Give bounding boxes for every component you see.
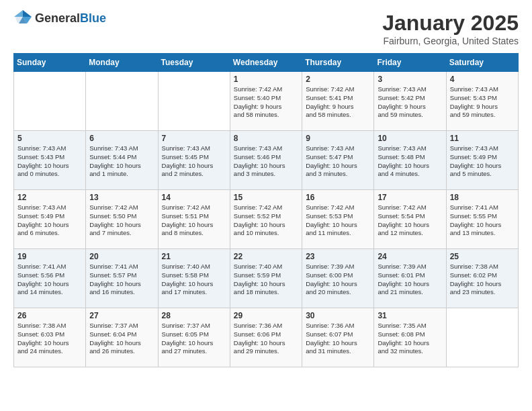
day-info: Sunrise: 7:38 AMSunset: 6:03 PMDaylight:… <box>17 322 82 356</box>
day-number: 10 <box>378 134 442 143</box>
calendar-cell-week3-day2: 14Sunrise: 7:42 AMSunset: 5:51 PMDayligh… <box>158 190 230 249</box>
day-info: Sunrise: 7:40 AMSunset: 5:58 PMDaylight:… <box>162 263 226 297</box>
day-info: Sunrise: 7:36 AMSunset: 6:07 PMDaylight:… <box>306 322 370 356</box>
day-info: Sunrise: 7:43 AMSunset: 5:42 PMDaylight:… <box>378 85 442 120</box>
day-number: 30 <box>306 311 370 320</box>
calendar-cell-week1-day2 <box>158 72 230 131</box>
day-number: 5 <box>17 134 82 143</box>
calendar-cell-week4-day4: 23Sunrise: 7:39 AMSunset: 6:00 PMDayligh… <box>302 249 374 308</box>
svg-marker-1 <box>23 10 32 17</box>
calendar-cell-week4-day2: 21Sunrise: 7:40 AMSunset: 5:58 PMDayligh… <box>158 249 230 308</box>
day-number: 16 <box>306 193 370 202</box>
day-info: Sunrise: 7:43 AMSunset: 5:49 PMDaylight:… <box>17 203 82 238</box>
calendar-cell-week2-day3: 8Sunrise: 7:43 AMSunset: 5:46 PMDaylight… <box>230 131 302 190</box>
day-number: 29 <box>234 311 298 320</box>
calendar-cell-week3-day0: 12Sunrise: 7:43 AMSunset: 5:49 PMDayligh… <box>14 190 86 249</box>
day-number: 8 <box>234 134 298 143</box>
day-info: Sunrise: 7:43 AMSunset: 5:46 PMDaylight:… <box>234 144 298 179</box>
day-number: 20 <box>89 252 154 261</box>
header: GeneralBlue January 2025 Fairburn, Georg… <box>13 11 519 46</box>
weekday-header-saturday: Saturday <box>446 54 518 72</box>
day-number: 13 <box>89 193 154 202</box>
day-number: 2 <box>306 75 370 84</box>
day-info: Sunrise: 7:43 AMSunset: 5:43 PMDaylight:… <box>450 85 515 120</box>
calendar-cell-week1-day6: 4Sunrise: 7:43 AMSunset: 5:43 PMDaylight… <box>446 72 518 131</box>
day-info: Sunrise: 7:41 AMSunset: 5:55 PMDaylight:… <box>450 203 515 238</box>
calendar-cell-week5-day4: 30Sunrise: 7:36 AMSunset: 6:07 PMDayligh… <box>302 308 374 367</box>
day-number: 25 <box>450 252 515 261</box>
week-row-3: 12Sunrise: 7:43 AMSunset: 5:49 PMDayligh… <box>14 190 519 249</box>
calendar-cell-week5-day1: 27Sunrise: 7:37 AMSunset: 6:04 PMDayligh… <box>86 308 158 367</box>
day-info: Sunrise: 7:43 AMSunset: 5:43 PMDaylight:… <box>17 144 82 179</box>
day-info: Sunrise: 7:43 AMSunset: 5:49 PMDaylight:… <box>450 144 515 179</box>
day-number: 12 <box>17 193 82 202</box>
calendar-cell-week1-day5: 3Sunrise: 7:43 AMSunset: 5:42 PMDaylight… <box>374 72 446 131</box>
calendar-cell-week5-day6 <box>446 308 518 367</box>
calendar-cell-week5-day3: 29Sunrise: 7:36 AMSunset: 6:06 PMDayligh… <box>230 308 302 367</box>
weekday-header-tuesday: Tuesday <box>158 54 230 72</box>
day-number: 1 <box>234 75 298 84</box>
day-number: 24 <box>378 252 442 261</box>
day-number: 26 <box>17 311 82 320</box>
day-number: 17 <box>378 193 442 202</box>
calendar-cell-week4-day5: 24Sunrise: 7:39 AMSunset: 6:01 PMDayligh… <box>374 249 446 308</box>
day-number: 6 <box>89 134 154 143</box>
day-number: 7 <box>162 134 226 143</box>
day-number: 19 <box>17 252 82 261</box>
day-info: Sunrise: 7:41 AMSunset: 5:56 PMDaylight:… <box>17 263 82 297</box>
calendar-cell-week2-day1: 6Sunrise: 7:43 AMSunset: 5:44 PMDaylight… <box>86 131 158 190</box>
calendar-cell-week3-day6: 18Sunrise: 7:41 AMSunset: 5:55 PMDayligh… <box>446 190 518 249</box>
day-number: 9 <box>306 134 370 143</box>
title-area: January 2025 Fairburn, Georgia, United S… <box>382 11 519 46</box>
calendar-table: SundayMondayTuesdayWednesdayThursdayFrid… <box>13 53 519 367</box>
calendar-cell-week2-day0: 5Sunrise: 7:43 AMSunset: 5:43 PMDaylight… <box>14 131 86 190</box>
generalblue-logo-icon <box>13 9 32 24</box>
week-row-5: 26Sunrise: 7:38 AMSunset: 6:03 PMDayligh… <box>14 308 519 367</box>
calendar-cell-week3-day5: 17Sunrise: 7:42 AMSunset: 5:54 PMDayligh… <box>374 190 446 249</box>
calendar-cell-week2-day4: 9Sunrise: 7:43 AMSunset: 5:47 PMDaylight… <box>302 131 374 190</box>
day-number: 3 <box>378 75 442 84</box>
svg-marker-4 <box>14 10 23 17</box>
calendar-cell-week1-day4: 2Sunrise: 7:42 AMSunset: 5:41 PMDaylight… <box>302 72 374 131</box>
day-info: Sunrise: 7:38 AMSunset: 6:02 PMDaylight:… <box>450 263 515 297</box>
logo-text: GeneralBlue <box>35 12 106 24</box>
day-info: Sunrise: 7:42 AMSunset: 5:50 PMDaylight:… <box>89 203 154 238</box>
week-row-2: 5Sunrise: 7:43 AMSunset: 5:43 PMDaylight… <box>14 131 519 190</box>
day-info: Sunrise: 7:37 AMSunset: 6:05 PMDaylight:… <box>162 322 226 356</box>
calendar-cell-week3-day4: 16Sunrise: 7:42 AMSunset: 5:53 PMDayligh… <box>302 190 374 249</box>
day-number: 23 <box>306 252 370 261</box>
logo: GeneralBlue <box>13 11 106 26</box>
week-row-1: 1Sunrise: 7:42 AMSunset: 5:40 PMDaylight… <box>14 72 519 131</box>
calendar-cell-week4-day3: 22Sunrise: 7:40 AMSunset: 5:59 PMDayligh… <box>230 249 302 308</box>
day-number: 31 <box>378 311 442 320</box>
calendar-cell-week2-day2: 7Sunrise: 7:43 AMSunset: 5:45 PMDaylight… <box>158 131 230 190</box>
day-number: 14 <box>162 193 226 202</box>
calendar-cell-week5-day5: 31Sunrise: 7:35 AMSunset: 6:08 PMDayligh… <box>374 308 446 367</box>
week-row-4: 19Sunrise: 7:41 AMSunset: 5:56 PMDayligh… <box>14 249 519 308</box>
calendar-cell-week2-day6: 11Sunrise: 7:43 AMSunset: 5:49 PMDayligh… <box>446 131 518 190</box>
logo-blue: Blue <box>80 12 106 24</box>
calendar-cell-week3-day3: 15Sunrise: 7:42 AMSunset: 5:52 PMDayligh… <box>230 190 302 249</box>
day-info: Sunrise: 7:39 AMSunset: 6:01 PMDaylight:… <box>378 263 442 297</box>
calendar-cell-week5-day2: 28Sunrise: 7:37 AMSunset: 6:05 PMDayligh… <box>158 308 230 367</box>
calendar-cell-week1-day1 <box>86 72 158 131</box>
day-info: Sunrise: 7:40 AMSunset: 5:59 PMDaylight:… <box>234 263 298 297</box>
weekday-header-monday: Monday <box>86 54 158 72</box>
location-title: Fairburn, Georgia, United States <box>382 36 519 46</box>
calendar-cell-week1-day0 <box>14 72 86 131</box>
weekday-header-row: SundayMondayTuesdayWednesdayThursdayFrid… <box>14 54 519 72</box>
calendar-cell-week1-day3: 1Sunrise: 7:42 AMSunset: 5:40 PMDaylight… <box>230 72 302 131</box>
month-title: January 2025 <box>382 11 519 36</box>
day-number: 21 <box>162 252 226 261</box>
weekday-header-friday: Friday <box>374 54 446 72</box>
calendar-cell-week4-day6: 25Sunrise: 7:38 AMSunset: 6:02 PMDayligh… <box>446 249 518 308</box>
day-info: Sunrise: 7:43 AMSunset: 5:48 PMDaylight:… <box>378 144 442 179</box>
weekday-header-sunday: Sunday <box>14 54 86 72</box>
day-info: Sunrise: 7:42 AMSunset: 5:51 PMDaylight:… <box>162 203 226 238</box>
day-number: 22 <box>234 252 298 261</box>
calendar-cell-week2-day5: 10Sunrise: 7:43 AMSunset: 5:48 PMDayligh… <box>374 131 446 190</box>
day-number: 11 <box>450 134 515 143</box>
day-info: Sunrise: 7:42 AMSunset: 5:53 PMDaylight:… <box>306 203 370 238</box>
day-number: 28 <box>162 311 226 320</box>
calendar-cell-week3-day1: 13Sunrise: 7:42 AMSunset: 5:50 PMDayligh… <box>86 190 158 249</box>
